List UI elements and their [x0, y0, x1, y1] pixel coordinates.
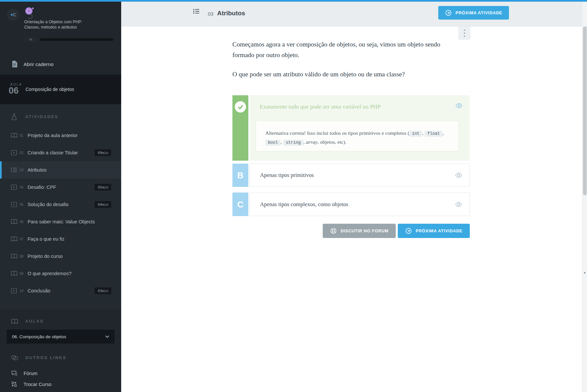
activity-item[interactable]: 08 Projeto do curso [0, 248, 121, 265]
video-icon [11, 185, 18, 190]
scrollbar-thumb[interactable] [583, 27, 587, 195]
kebab-menu-button[interactable] [458, 27, 470, 40]
arrow-circle-right-icon [405, 227, 412, 234]
sidebar-item-forum[interactable]: Fórum [0, 368, 121, 379]
activity-label: Para saber mais: Value Objects [28, 219, 95, 224]
activity-duration-badge: 05min [95, 184, 111, 191]
lesson-select[interactable]: 06. Composição de objetos [7, 330, 115, 344]
open-notebook-button[interactable]: Abrir caderno [0, 56, 121, 72]
course-logo-icon [24, 7, 36, 21]
content-area: Começamos agora a ver composição de obje… [121, 27, 582, 392]
other-links-section-label: OUTROS LINKS [25, 355, 66, 360]
course-title: Orientação a Objetos com PHP: Classes, m… [24, 19, 104, 30]
correct-option-body: Exatamente tudo que pode ser uma variáve… [250, 95, 470, 161]
activity-number: 03 [20, 168, 26, 172]
activity-label: Faça o que eu fiz [28, 236, 64, 242]
activity-item[interactable]: 06 Para saber mais: Value Objects [0, 213, 121, 230]
arrow-circle-right-icon [445, 9, 452, 16]
activity-item[interactable]: 09 O que aprendemos? [0, 265, 121, 282]
course-title-line2: Classes, métodos e atributos [24, 25, 104, 30]
chain-link-icon [11, 355, 19, 360]
answer-option-c[interactable]: C Apenas tipos complexos, como objetos [232, 193, 470, 216]
sidebar-item-trocar-curso[interactable]: Trocar Curso [0, 379, 121, 390]
question-paragraph-2: O que pode ser um atributo válido de um … [232, 69, 452, 80]
eye-icon[interactable] [455, 202, 462, 207]
top-accent-bar [0, 0, 587, 2]
forum-label: Fórum [24, 371, 38, 376]
footer-buttons: DISCUTIR NO FORUM PRÓXIMA ATIVIDADE [232, 224, 470, 238]
discuss-forum-button[interactable]: DISCUTIR NO FORUM [323, 224, 396, 238]
notebook-icon [12, 61, 18, 67]
activity-label: Desafio: CPF [28, 185, 56, 190]
activity-item[interactable]: 10 Conclusão 03min [0, 282, 121, 299]
screen: Orientação a Objetos com PHP: Classes, m… [0, 0, 587, 392]
activity-list-icon [193, 9, 199, 14]
sidebar: Orientação a Objetos com PHP: Classes, m… [0, 0, 121, 392]
activity-label: Criando a classe Titular [28, 150, 78, 155]
activity-duration-badge: 04min [95, 201, 111, 208]
progress-percent-badge: % [24, 37, 38, 42]
flask-icon [11, 114, 19, 120]
lesson-number: 06 [9, 86, 19, 96]
video-icon [11, 150, 18, 155]
lesson-select-value: 06. Composição de objetos [12, 334, 66, 339]
collapse-left-icon [10, 12, 16, 18]
activities-section-header: ATIVIDADES [0, 112, 121, 121]
activity-duration-badge: 03min [95, 287, 111, 294]
discuss-forum-label: DISCUTIR NO FORUM [341, 229, 388, 233]
activity-number: 03 [208, 11, 213, 17]
activity-duration-badge: 09min [95, 149, 111, 156]
lessons-section-header: AULAS [0, 317, 121, 326]
option-b-body: Apenas tipos primitivos [250, 164, 470, 187]
activity-label: Atributos [28, 167, 46, 173]
activity-number: 05 [20, 202, 26, 206]
correct-option-text: Exatamente tudo que pode ser uma variáve… [260, 103, 380, 110]
scrollbar-down-arrow[interactable]: ▼ [582, 272, 587, 274]
option-b-bar: B [232, 164, 248, 187]
activity-number: 09 [20, 272, 26, 275]
activity-number: 02 [20, 151, 26, 155]
activity-label: Projeto do curso [28, 254, 63, 259]
answer-feedback: Alternativa correta! Isso inclui todos o… [256, 121, 459, 151]
activity-number: 04 [20, 185, 26, 189]
eye-icon[interactable] [455, 173, 462, 178]
activities-section-label: ATIVIDADES [25, 115, 58, 119]
next-activity-button-bottom[interactable]: PRÓXIMA ATIVIDADE [398, 224, 470, 238]
activity-number: 06 [20, 220, 26, 224]
activity-item[interactable]: 01 Projeto da aula anterior [0, 127, 121, 144]
correct-option-bar [232, 95, 248, 161]
progress-bar [40, 38, 114, 41]
activity-item[interactable]: 03 Atributos [0, 161, 121, 179]
open-book-icon [11, 219, 18, 224]
activity-label: Projeto da aula anterior [28, 133, 78, 138]
grid-icon [12, 382, 19, 387]
option-c-text: Apenas tipos complexos, como objetos [260, 201, 348, 208]
checklist-icon [11, 167, 18, 173]
activity-number: 07 [20, 237, 26, 241]
eye-icon[interactable] [456, 103, 462, 108]
question-text: Começamos agora a ver composição de obje… [232, 39, 452, 79]
activity-label: O que aprendemos? [28, 271, 71, 276]
option-c-letter: C [232, 199, 248, 209]
answer-option-b[interactable]: B Apenas tipos primitivos [232, 164, 470, 187]
activity-item[interactable]: 04 Desafio: CPF 05min [0, 179, 121, 196]
trocar-curso-label: Trocar Curso [24, 382, 51, 387]
option-c-body: Apenas tipos complexos, como objetos [250, 193, 470, 216]
activity-item[interactable]: 07 Faça o que eu fiz [0, 230, 121, 248]
lifebuoy-icon [330, 227, 337, 234]
answer-option-correct[interactable]: Exatamente tudo que pode ser uma variáve… [232, 95, 470, 161]
next-activity-button-top[interactable]: PRÓXIMA ATIVIDADE [438, 6, 509, 20]
open-book-icon [11, 236, 18, 242]
collapse-sidebar-button[interactable] [7, 9, 19, 21]
open-notebook-label: Abrir caderno [24, 61, 53, 67]
open-book-icon [11, 271, 18, 276]
activity-item[interactable]: 02 Criando a classe Titular 09min [0, 144, 121, 161]
activity-item[interactable]: 05 Solução do desafio 04min [0, 196, 121, 213]
activity-label: Conclusão [28, 288, 50, 293]
current-lesson-banner[interactable]: AULA 06 Composição de objetos [0, 75, 121, 104]
video-icon [11, 288, 18, 293]
next-activity-label: PRÓXIMA ATIVIDADE [456, 11, 502, 15]
open-book-icon [11, 254, 18, 259]
chevron-down-icon [105, 335, 109, 338]
other-links-section-header: OUTROS LINKS [0, 353, 121, 362]
